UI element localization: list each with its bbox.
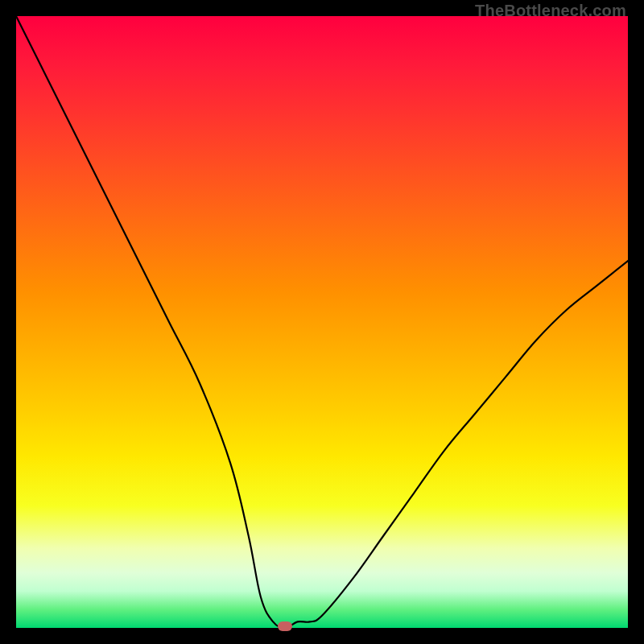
- optimal-point-marker: [278, 621, 292, 631]
- branding-watermark: TheBottleneck.com: [475, 2, 626, 20]
- chart-container: TheBottleneck.com: [0, 0, 644, 644]
- bottleneck-curve: [16, 16, 628, 628]
